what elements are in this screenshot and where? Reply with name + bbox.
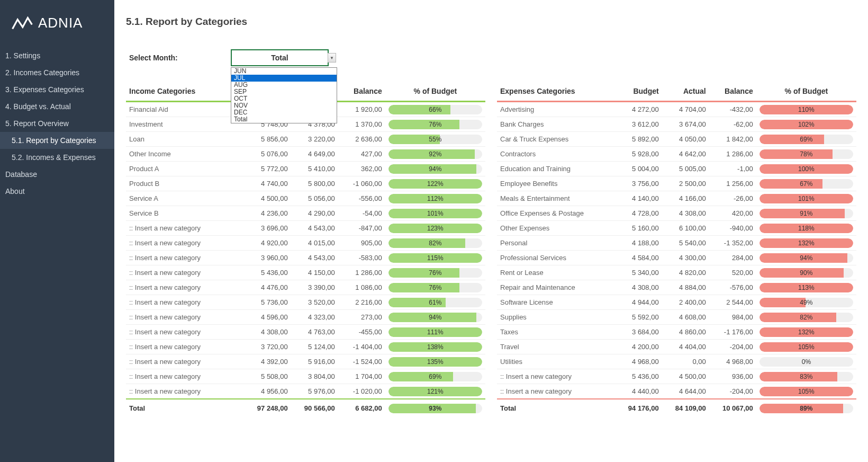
balance-value: 10 067,00 xyxy=(709,399,756,415)
dropdown-option[interactable]: AUG xyxy=(231,82,337,88)
table-row[interactable]: :: Insert a new category5 436,004 500,00… xyxy=(497,369,856,384)
table-row[interactable]: Contractors5 928,004 642,001 286,0078% xyxy=(497,147,856,162)
month-select[interactable]: Total ▼ JUNJULAUGSEPOCTNOVDECTotal xyxy=(231,49,329,66)
table-row[interactable]: :: Insert a new category5 436,004 150,00… xyxy=(126,265,485,280)
balance-value: 1 286,00 xyxy=(338,265,385,280)
table-row[interactable]: Software License4 944,002 400,002 544,00… xyxy=(497,295,856,310)
table-row[interactable]: Meals & Entertainment4 140,004 166,00-26… xyxy=(497,191,856,206)
table-row[interactable]: Service B4 236,004 290,00-54,00101% xyxy=(126,206,485,221)
progress-bar: 49% xyxy=(760,298,853,307)
balance-value: -940,00 xyxy=(709,221,756,236)
category-name: Repair and Maintenance xyxy=(497,280,615,295)
nav-item[interactable]: 4. Budget vs. Actual xyxy=(0,98,114,115)
nav-item[interactable]: 1. Settings xyxy=(0,47,114,64)
budget-value: 5 772,00 xyxy=(244,162,291,176)
progress-bar: 122% xyxy=(388,179,482,189)
balance-value: -204,00 xyxy=(709,340,756,354)
table-row[interactable]: Employee Benefits3 756,002 500,001 256,0… xyxy=(497,176,856,191)
table-row[interactable]: Travel4 200,004 404,00-204,00105% xyxy=(497,340,856,354)
table-row[interactable]: Taxes3 684,004 860,00-1 176,00132% xyxy=(497,325,856,340)
budget-value: 5 340,00 xyxy=(615,265,662,280)
progress-label: 82% xyxy=(388,238,482,248)
table-row[interactable]: Other Income5 076,004 649,00427,0092% xyxy=(126,147,485,162)
dropdown-option[interactable]: JUN xyxy=(231,68,337,75)
table-row[interactable]: Personal4 188,005 540,00-1 352,00132% xyxy=(497,236,856,251)
category-name: Service A xyxy=(126,191,244,206)
chevron-down-icon[interactable]: ▼ xyxy=(328,53,336,63)
progress-bar: 112% xyxy=(388,194,482,203)
balance-value: -432,00 xyxy=(709,102,756,117)
category-name: :: Insert a new category xyxy=(126,369,244,384)
category-name: Employee Benefits xyxy=(497,176,615,191)
month-select-button[interactable]: Total ▼ xyxy=(231,49,329,66)
table-row[interactable]: Other Expenses5 160,006 100,00-940,00118… xyxy=(497,221,856,236)
budget-value: 4 584,00 xyxy=(615,251,662,265)
nav-item[interactable]: 5.2. Incomes & Expenses xyxy=(0,149,114,166)
balance-value: -1,00 xyxy=(709,162,756,176)
col-header: Actual xyxy=(662,82,709,102)
balance-value: 362,00 xyxy=(338,162,385,176)
actual-value: 4 404,00 xyxy=(662,340,709,354)
progress-bar: 92% xyxy=(388,149,482,159)
month-dropdown[interactable]: JUNJULAUGSEPOCTNOVDECTotal xyxy=(231,67,337,123)
balance-value: -62,00 xyxy=(709,117,756,132)
table-row[interactable]: Advertising4 272,004 704,00-432,00110% xyxy=(497,102,856,117)
table-row[interactable]: Utilities4 968,000,004 968,000% xyxy=(497,354,856,369)
progress-label: 76% xyxy=(388,120,482,129)
nav-item[interactable]: About xyxy=(0,183,114,200)
category-name: Other Income xyxy=(126,147,244,162)
table-row[interactable]: Service A4 500,005 056,00-556,00112% xyxy=(126,191,485,206)
progress-bar: 76% xyxy=(388,120,482,129)
budget-value: 5 856,00 xyxy=(244,132,291,147)
balance-value: 1 370,00 xyxy=(338,117,385,132)
balance-value: 4 968,00 xyxy=(709,354,756,369)
table-row[interactable]: Education and Training5 004,005 005,00-1… xyxy=(497,162,856,176)
table-row[interactable]: :: Insert a new category4 440,004 644,00… xyxy=(497,384,856,399)
table-row[interactable]: :: Insert a new category4 596,004 323,00… xyxy=(126,310,485,325)
table-row[interactable]: :: Insert a new category5 736,003 520,00… xyxy=(126,295,485,310)
progress-label: 122% xyxy=(388,179,482,189)
table-row[interactable]: :: Insert a new category5 508,003 804,00… xyxy=(126,369,485,384)
table-row[interactable]: :: Insert a new category3 720,005 124,00… xyxy=(126,340,485,354)
table-row[interactable]: Car & Truck Expenses5 892,004 050,001 84… xyxy=(497,132,856,147)
balance-value: 427,00 xyxy=(338,147,385,162)
table-row[interactable]: Rent or Lease5 340,004 820,00520,0090% xyxy=(497,265,856,280)
nav-item[interactable]: 5.1. Report by Categories xyxy=(0,132,114,149)
budget-value: 97 248,00 xyxy=(244,399,291,415)
dropdown-option[interactable]: Total xyxy=(231,116,337,123)
budget-value: 4 740,00 xyxy=(244,176,291,191)
table-row[interactable]: Office Expenses & Postage4 728,004 308,0… xyxy=(497,206,856,221)
category-name: Product B xyxy=(126,176,244,191)
nav-item[interactable]: Database xyxy=(0,166,114,183)
nav-item[interactable]: 3. Expenses Categories xyxy=(0,81,114,98)
category-name: :: Insert a new category xyxy=(126,221,244,236)
actual-value: 6 100,00 xyxy=(662,221,709,236)
table-row[interactable]: :: Insert a new category4 920,004 015,00… xyxy=(126,236,485,251)
progress-bar: 90% xyxy=(760,268,853,278)
table-row[interactable]: Professional Services4 584,004 300,00284… xyxy=(497,251,856,265)
progress-label: 76% xyxy=(388,283,482,292)
table-row[interactable]: :: Insert a new category3 960,004 543,00… xyxy=(126,251,485,265)
progress-label: 115% xyxy=(388,253,482,263)
table-row[interactable]: Product B4 740,005 800,00-1 060,00122% xyxy=(126,176,485,191)
table-row[interactable]: :: Insert a new category4 956,005 976,00… xyxy=(126,384,485,399)
category-name: Office Expenses & Postage xyxy=(497,206,615,221)
actual-value: 4 644,00 xyxy=(662,384,709,399)
table-row[interactable]: Supplies5 592,004 608,00984,0082% xyxy=(497,310,856,325)
table-row[interactable]: Repair and Maintenance4 308,004 884,00-5… xyxy=(497,280,856,295)
table-row[interactable]: :: Insert a new category4 476,003 390,00… xyxy=(126,280,485,295)
table-row[interactable]: Loan5 856,003 220,002 636,0055% xyxy=(126,132,485,147)
table-row[interactable]: Product A5 772,005 410,00362,0094% xyxy=(126,162,485,176)
nav-item[interactable]: 2. Incomes Categories xyxy=(0,64,114,81)
table-row[interactable]: :: Insert a new category4 308,004 763,00… xyxy=(126,325,485,340)
progress-label: 69% xyxy=(388,372,482,381)
income-table: Income Categories Budget Actual Balance … xyxy=(126,82,485,415)
table-row[interactable]: Bank Charges3 612,003 674,00-62,00102% xyxy=(497,117,856,132)
progress-bar: 123% xyxy=(388,224,482,233)
progress-bar: 101% xyxy=(760,194,853,203)
progress-label: 101% xyxy=(388,209,482,218)
actual-value: 3 804,00 xyxy=(291,369,338,384)
table-row[interactable]: :: Insert a new category4 392,005 916,00… xyxy=(126,354,485,369)
nav-item[interactable]: 5. Report Overview xyxy=(0,115,114,132)
table-row[interactable]: :: Insert a new category3 696,004 543,00… xyxy=(126,221,485,236)
